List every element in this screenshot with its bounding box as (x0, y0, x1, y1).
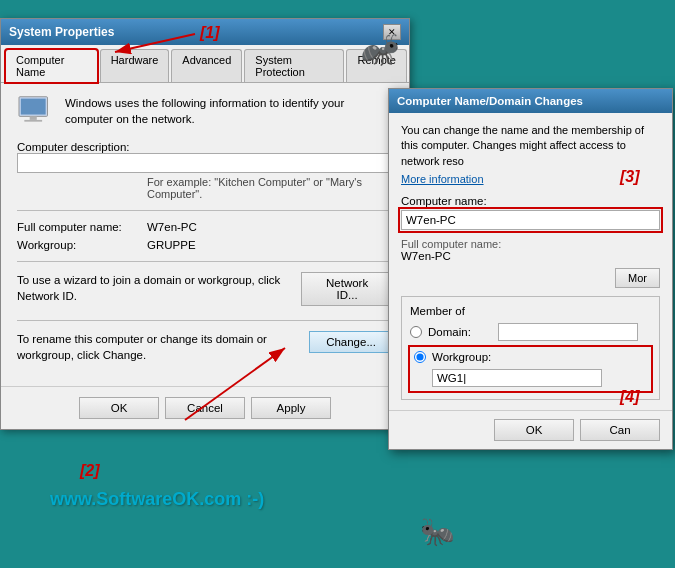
tab-advanced[interactable]: Advanced (171, 49, 242, 82)
computer-name-section: Computer name: (401, 195, 660, 230)
tab-computer-name[interactable]: Computer Name (5, 49, 98, 83)
ok-button[interactable]: OK (79, 397, 159, 419)
workgroup-row: Workgroup: GRUPPE (17, 239, 393, 251)
domain-dialog-title: Computer Name/Domain Changes (397, 95, 583, 107)
workgroup-radio-row: Workgroup: (414, 351, 647, 363)
computer-icon (17, 95, 53, 127)
member-of-title: Member of (410, 305, 651, 317)
computer-description-label: Computer description: (17, 141, 393, 153)
domain-radio[interactable] (410, 326, 422, 338)
wizard-text: To use a wizard to join a domain or work… (17, 272, 301, 304)
annotation-label-2: [2] (80, 462, 100, 480)
domain-input-field[interactable] (498, 323, 638, 341)
tabs-bar: Computer Name Hardware Advanced System P… (1, 45, 409, 83)
description-hint: For example: "Kitchen Computer" or "Mary… (147, 176, 393, 200)
svg-rect-3 (24, 120, 42, 122)
full-computer-name-sublabel: Full computer name: (401, 238, 660, 250)
annotation-label-1: [1] (200, 24, 220, 42)
workgroup-value: GRUPPE (147, 239, 196, 251)
domain-title-bar: Computer Name/Domain Changes (389, 89, 672, 113)
tab-system-protection[interactable]: System Protection (244, 49, 344, 82)
domain-radio-label: Domain: (428, 326, 498, 338)
rename-row: To rename this computer or change its do… (17, 331, 393, 363)
full-computer-name-display: W7en-PC (401, 250, 660, 262)
workgroup-radio[interactable] (414, 351, 426, 363)
cancel-button[interactable]: Cancel (165, 397, 245, 419)
system-properties-window: System Properties ✕ Computer Name Hardwa… (0, 18, 410, 430)
full-computer-name-value: W7en-PC (147, 221, 197, 233)
domain-cancel-button[interactable]: Can (580, 419, 660, 441)
svg-rect-1 (21, 99, 46, 115)
more-button-row: Mor (401, 268, 660, 288)
computer-description-input[interactable] (17, 153, 393, 173)
change-button[interactable]: Change... (309, 331, 393, 353)
watermark-text: www.SoftwareOK.com :-) (50, 489, 264, 510)
full-name-section: Full computer name: W7en-PC (401, 238, 660, 262)
wizard-row: To use a wizard to join a domain or work… (17, 272, 393, 310)
computer-name-field-label: Computer name: (401, 195, 660, 207)
more-button[interactable]: Mor (615, 268, 660, 288)
wizard-section: To use a wizard to join a domain or work… (17, 272, 393, 310)
apply-button[interactable]: Apply (251, 397, 331, 419)
description-section: Computer description: For example: "Kitc… (17, 141, 393, 200)
more-information-link[interactable]: More information (401, 173, 484, 185)
domain-intro: You can change the name and the membersh… (401, 123, 660, 169)
workgroup-input-field[interactable] (432, 369, 602, 387)
content-header: Windows uses the following information t… (17, 95, 393, 127)
decorative-ant-top: 🐜 (360, 30, 400, 68)
rename-section: To rename this computer or change its do… (17, 331, 393, 363)
annotation-label-4: [4] (620, 388, 640, 406)
domain-content: You can change the name and the membersh… (389, 113, 672, 410)
window-content: Windows uses the following information t… (1, 83, 409, 386)
annotation-label-3: [3] (620, 168, 640, 186)
full-computer-name-row: Full computer name: W7en-PC (17, 221, 393, 233)
full-computer-name-label: Full computer name: (17, 221, 147, 233)
member-of-section: Member of Domain: Workgroup: (401, 296, 660, 400)
content-description: Windows uses the following information t… (65, 95, 393, 127)
domain-ok-button[interactable]: OK (494, 419, 574, 441)
workgroup-radio-label: Workgroup: (432, 351, 502, 363)
computer-name-input[interactable] (401, 210, 660, 230)
window-title: System Properties (9, 25, 114, 39)
svg-rect-2 (30, 116, 37, 120)
domain-radio-row: Domain: (410, 323, 651, 341)
domain-bottom-buttons: OK Can (389, 410, 672, 449)
workgroup-highlighted-box: Workgroup: (410, 347, 651, 391)
workgroup-label: Workgroup: (17, 239, 147, 251)
network-id-button[interactable]: Network ID... (301, 272, 393, 306)
rename-text: To rename this computer or change its do… (17, 331, 299, 363)
tab-hardware[interactable]: Hardware (100, 49, 170, 82)
bottom-buttons: OK Cancel Apply (1, 386, 409, 429)
decorative-ant-bottom: 🐜 (420, 515, 455, 548)
